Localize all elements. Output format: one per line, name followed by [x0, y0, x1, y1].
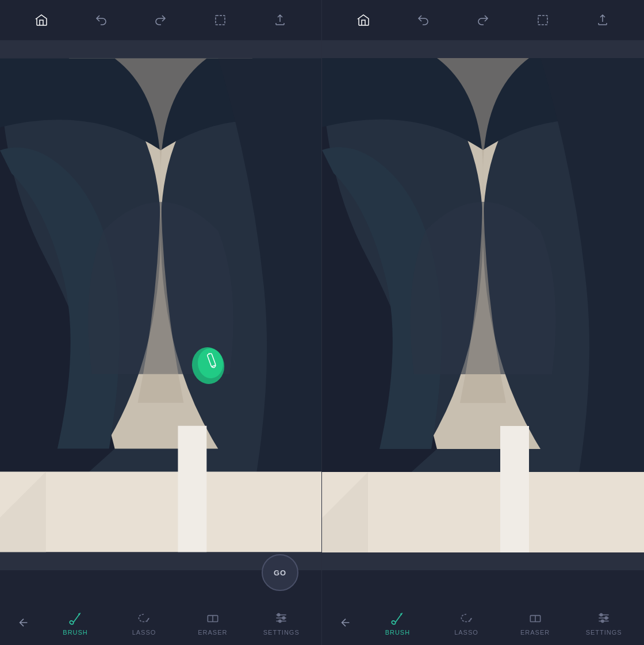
go-label: GO: [274, 569, 286, 577]
eraser-label-right: ERASER: [520, 629, 550, 636]
back-button-right[interactable]: [339, 616, 352, 629]
lasso-tool-right[interactable]: LASSO: [443, 609, 489, 636]
lasso-tool-left[interactable]: LASSO: [121, 609, 167, 636]
brush-label-right: BRUSH: [385, 629, 411, 636]
lasso-label-right: LASSO: [454, 629, 478, 636]
svg-rect-14: [538, 16, 547, 25]
svg-point-23: [601, 620, 604, 622]
settings-label-right: SETTINGS: [586, 629, 622, 636]
svg-line-5: [209, 353, 209, 354]
bottom-toolbar-left: GO BRUSH: [0, 570, 321, 645]
undo-button-right[interactable]: [413, 10, 434, 30]
share-button-right[interactable]: [592, 10, 613, 30]
brush-icon-right: [389, 609, 406, 627]
arch-scene-right: [322, 40, 644, 570]
settings-icon-left: [273, 609, 290, 627]
svg-point-13: [279, 620, 281, 622]
top-toolbar-left: [0, 0, 321, 40]
home-button-left[interactable]: [31, 10, 52, 30]
share-button-left[interactable]: [270, 10, 290, 30]
eraser-label-left: ERASER: [198, 629, 227, 636]
left-panel: GO BRUSH: [0, 0, 322, 645]
lasso-icon-left: [135, 609, 152, 627]
redo-button-right[interactable]: [473, 10, 493, 30]
lasso-icon-right: [458, 609, 475, 627]
redo-button-left[interactable]: [150, 10, 171, 30]
layers-button-right[interactable]: [532, 10, 553, 30]
go-button[interactable]: GO: [262, 554, 298, 591]
eraser-tool-left[interactable]: ERASER: [190, 609, 236, 636]
settings-tool-left[interactable]: SETTINGS: [258, 609, 304, 636]
bottom-toolbar-right: BRUSH LASSO: [322, 570, 644, 645]
back-button-left[interactable]: [17, 616, 30, 629]
canvas-right[interactable]: [322, 40, 644, 570]
settings-icon-right: [595, 609, 612, 627]
top-toolbar-right: [322, 0, 644, 40]
eraser-icon-left: [204, 609, 221, 627]
svg-point-11: [278, 613, 280, 616]
brush-stroke: [186, 337, 232, 389]
svg-point-22: [605, 617, 607, 619]
settings-label-left: SETTINGS: [263, 629, 300, 636]
svg-rect-0: [216, 16, 225, 25]
brush-tool-left[interactable]: BRUSH: [52, 609, 98, 636]
layers-button-left[interactable]: [210, 10, 231, 30]
tool-row-left: BRUSH LASSO: [0, 609, 321, 636]
undo-button-left[interactable]: [91, 10, 112, 30]
settings-tool-right[interactable]: SETTINGS: [581, 609, 627, 636]
lasso-label-left: LASSO: [132, 629, 156, 636]
canvas-left[interactable]: [0, 40, 321, 570]
right-panel: BRUSH LASSO: [322, 0, 644, 645]
brush-tool-right[interactable]: BRUSH: [374, 609, 420, 636]
arch-scene-left: [0, 40, 321, 570]
brush-icon-left: [67, 609, 84, 627]
eraser-icon-right: [527, 609, 544, 627]
tool-row-right: BRUSH LASSO: [322, 609, 644, 636]
svg-point-12: [282, 617, 285, 619]
svg-point-21: [600, 613, 603, 616]
home-button-right[interactable]: [353, 10, 374, 30]
brush-label-left: BRUSH: [63, 629, 88, 636]
eraser-tool-right[interactable]: ERASER: [512, 609, 558, 636]
